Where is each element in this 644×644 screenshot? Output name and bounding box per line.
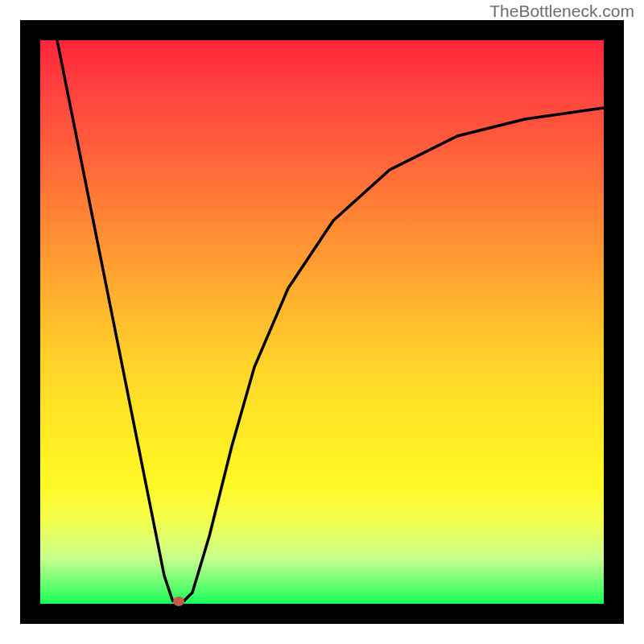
optimum-marker — [173, 597, 184, 606]
chart-frame — [20, 20, 624, 624]
watermark-text: TheBottleneck.com — [489, 2, 634, 21]
bottleneck-curve — [40, 40, 604, 604]
plot-gradient-background — [40, 40, 604, 604]
